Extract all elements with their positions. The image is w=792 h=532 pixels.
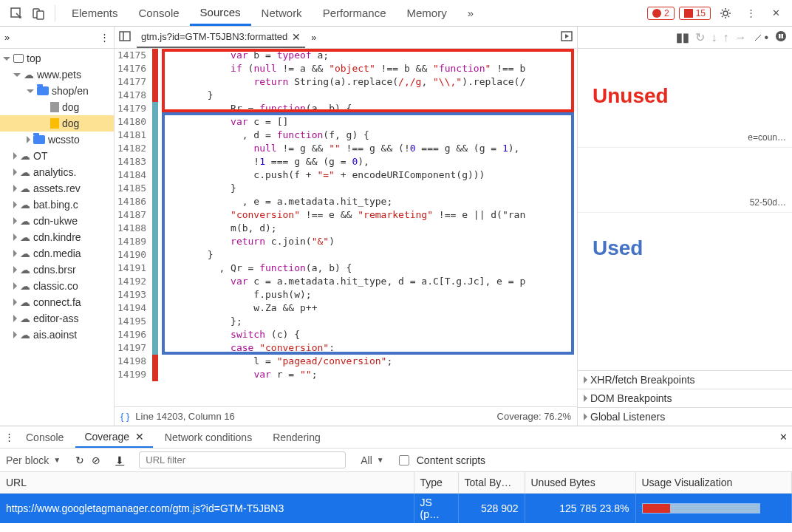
cell-total: 528 902 [458,493,525,523]
pretty-print-icon[interactable]: { } [120,411,129,422]
coverage-table: URL Type Total By… Unused Bytes Usage Vi… [0,472,792,523]
tree-item-cdnkindre[interactable]: ☁cdn.kindre [0,229,114,245]
cell-unused: 125 785 23.8% [525,493,635,523]
tree-item-label: dog [62,117,79,129]
device-toggle-icon[interactable] [28,3,49,24]
type-filter-select[interactable]: All ▼ [361,454,383,466]
url-filter-input[interactable] [139,451,346,468]
tree-top[interactable]: top [0,50,114,66]
tree-item-assetsrev[interactable]: ☁assets.rev [0,180,114,197]
editor-file-name: gtm.js?id=GTM-T5JBN3:formatted [141,31,287,42]
drawer-tab-coverage[interactable]: Coverage ✕ [75,426,152,448]
tree-item-wcssto[interactable]: wcssto [0,132,114,148]
clear-icon[interactable]: ⊘ [92,454,100,466]
tree-item-cdnmedia[interactable]: ☁cdn.media [0,245,114,262]
tree-item-label: dog [62,101,79,113]
line-number-gutter: 1417514176141771417814179141801418114182… [115,49,152,406]
pane-label: XHR/fetch Breakpoints [590,374,695,386]
tab-network[interactable]: Network [251,0,313,26]
tree-item-aisaoinst[interactable]: ☁ais.aoinst [0,327,114,343]
tree-item-cdnukwe[interactable]: ☁cdn-ukwe [0,213,114,229]
cloud-icon: ☁ [20,150,30,162]
tree-item-dog[interactable]: dog [0,115,114,132]
svg-rect-2 [37,11,44,19]
kebab-icon[interactable]: ⋮ [740,3,761,24]
col-total[interactable]: Total By… [458,472,525,493]
tree-item-dog[interactable]: dog [0,99,114,115]
tree-item-cdnsbrsr[interactable]: ☁cdns.brsr [0,262,114,278]
col-usage[interactable]: Usage Visualization [635,472,792,493]
tab-memory[interactable]: Memory [397,0,457,26]
sidebar-overflow-icon[interactable]: » [4,32,10,43]
warning-count-badge[interactable]: 15 [679,7,711,20]
coverage-gutter [152,49,158,406]
editor-file-tab[interactable]: gtm.js?id=GTM-T5JBN3:formatted ✕ [137,27,305,48]
sidebar-kebab-icon[interactable]: ⋮ [100,32,109,43]
export-icon[interactable]: ⬇ [115,454,124,466]
cloud-icon: ☁ [24,69,34,81]
tab-elements[interactable]: Elements [61,0,129,26]
tree-item-classicco[interactable]: ☁classic.co [0,278,114,294]
coverage-row[interactable]: https://www.googletagmanager.com/gtm.js?… [0,493,792,523]
tree-item-shopen[interactable]: shop/en [0,83,114,99]
tab-overflow[interactable]: » [457,0,484,26]
step-out-icon[interactable]: ↑ [723,31,728,44]
cell-type: JS (p… [414,493,458,523]
col-url[interactable]: URL [0,472,414,493]
drawer-kebab-icon[interactable]: ⋮ [4,432,14,443]
tree-item-label: classic.co [33,280,78,292]
run-snippet-icon[interactable] [561,31,573,44]
tree-item-wwwpets[interactable]: ☁www.pets [0,66,114,83]
pane-dom-breakpoints[interactable]: DOM Breakpoints [578,389,792,407]
code-area[interactable]: var b = typeof a; if (null != a && "obje… [158,49,525,406]
pane-label: DOM Breakpoints [590,392,672,404]
reload-icon[interactable]: ↻ [75,454,84,466]
drawer-tab-rendering[interactable]: Rendering [264,426,330,448]
settings-icon[interactable] [715,3,736,24]
tree-item-editorass[interactable]: ☁editor-ass [0,310,114,327]
svg-point-7 [776,31,786,41]
close-drawer-icon[interactable]: ✕ [779,432,788,443]
svg-point-3 [723,11,728,16]
col-unused[interactable]: Unused Bytes [525,472,635,493]
svg-rect-8 [779,34,781,38]
tree-item-label: cdns.brsr [33,264,76,276]
tree-item-label: editor-ass [33,313,78,324]
cloud-icon: ☁ [20,166,30,178]
tree-item-connectfa[interactable]: ☁connect.fa [0,294,114,310]
tree-item-analytics[interactable]: ☁analytics. [0,164,114,180]
pause-exceptions-icon[interactable] [774,30,788,46]
col-type[interactable]: Type [414,472,458,493]
coverage-granularity-select[interactable]: Per block ▼ [6,454,61,466]
navigator-toggle-icon[interactable] [119,31,131,44]
tab-performance[interactable]: Performance [313,0,397,26]
step-into-icon[interactable]: ↓ [711,31,717,44]
cell-usage [635,493,792,523]
deactivate-breakpoints-icon[interactable]: ⟋• [752,31,768,44]
pane-label: Global Listeners [590,411,665,423]
close-devtools-icon[interactable]: ✕ [765,3,786,24]
cloud-icon: ☁ [20,296,30,308]
tree-item-batbingc[interactable]: ☁bat.bing.c [0,197,114,213]
tab-sources[interactable]: Sources [190,0,251,26]
file-tree: top ☁www.petsshop/endogdogwcssto☁OT☁anal… [0,49,114,426]
cell-url: https://www.googletagmanager.com/gtm.js?… [0,493,414,523]
pane-xhr-breakpoints[interactable]: XHR/fetch Breakpoints [578,370,792,389]
step-over-icon[interactable]: ↻ [695,30,705,44]
tree-item-OT[interactable]: ☁OT [0,148,114,164]
close-coverage-icon[interactable]: ✕ [135,431,144,443]
drawer-tab-console[interactable]: Console [17,426,72,448]
editor-tabs-overflow-icon[interactable]: » [311,32,316,43]
pause-icon[interactable]: ▮▮ [676,30,689,44]
step-icon[interactable]: → [734,31,746,44]
close-tab-icon[interactable]: ✕ [292,31,301,43]
content-scripts-checkbox[interactable] [399,455,409,466]
tree-item-label: cdn.media [33,248,81,259]
error-count-badge[interactable]: 2 [647,7,675,20]
coverage-percent: Coverage: 76.2% [497,411,571,422]
tab-console[interactable]: Console [129,0,190,26]
tree-item-label: shop/en [52,85,89,97]
pane-global-listeners[interactable]: Global Listeners [578,407,792,426]
drawer-tab-network-conditions[interactable]: Network conditions [156,426,261,448]
inspect-icon[interactable] [6,3,27,24]
